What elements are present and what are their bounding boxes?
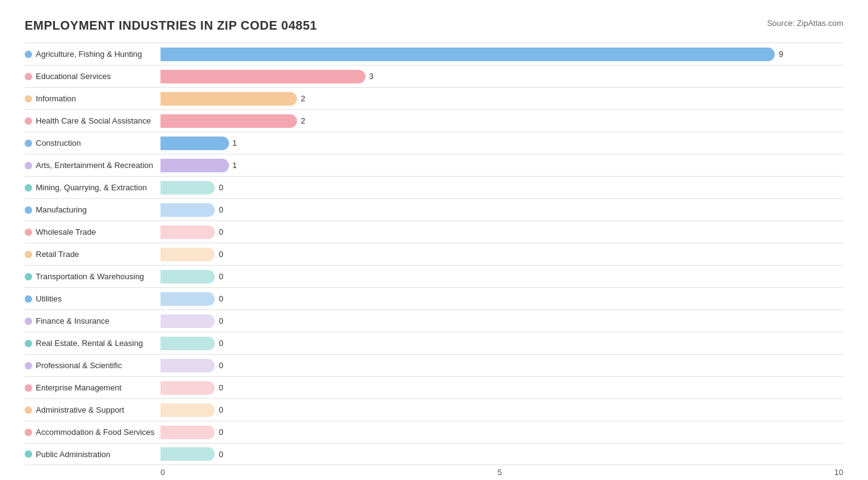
industry-label: Wholesale Trade <box>36 227 96 237</box>
bar-fill <box>161 337 215 350</box>
industry-label: Mining, Quarrying, & Extraction <box>36 183 147 192</box>
bar-value: 0 <box>219 339 223 348</box>
bar-fill <box>161 447 215 461</box>
bar-fill <box>161 114 297 128</box>
color-dot <box>25 251 32 258</box>
color-dot <box>25 51 32 58</box>
bar-fill <box>161 225 215 239</box>
bar-fill <box>161 314 215 328</box>
industry-label: Arts, Entertainment & Recreation <box>36 161 153 170</box>
bar-label: Information <box>25 94 161 103</box>
industry-label: Enterprise Management <box>36 383 122 392</box>
chart-title: EMPLOYMENT INDUSTRIES IN ZIP CODE 04851 <box>25 19 317 33</box>
bar-fill <box>161 137 229 150</box>
bar-row: Arts, Entertainment & Recreation1 <box>25 154 843 176</box>
bar-fill <box>161 70 365 83</box>
bar-value: 0 <box>219 183 223 192</box>
bar-value: 2 <box>301 94 305 103</box>
industry-label: Accommodation & Food Services <box>36 427 154 437</box>
bar-label: Utilities <box>25 294 161 303</box>
bar-label: Retail Trade <box>25 250 161 259</box>
bar-row: Transportation & Warehousing0 <box>25 265 843 287</box>
bar-fill <box>161 248 215 261</box>
chart-area: Agriculture, Fishing & Hunting9Education… <box>25 43 843 465</box>
bar-track: 1 <box>161 137 843 150</box>
bar-row: Agriculture, Fishing & Hunting9 <box>25 43 843 65</box>
industry-label: Finance & Insurance <box>36 316 109 326</box>
bar-label: Administrative & Support <box>25 405 161 415</box>
industry-label: Manufacturing <box>36 205 86 214</box>
industry-label: Retail Trade <box>36 250 79 259</box>
bar-row: Public Administration0 <box>25 443 843 465</box>
bar-value: 0 <box>219 450 223 459</box>
bar-fill <box>161 359 215 373</box>
bar-fill <box>161 381 215 395</box>
color-dot <box>25 117 32 125</box>
chart-source: Source: ZipAtlas.com <box>767 19 843 28</box>
bar-value: 0 <box>219 427 223 437</box>
bar-row: Administrative & Support0 <box>25 398 843 421</box>
bar-value: 0 <box>219 250 223 259</box>
bar-row: Retail Trade0 <box>25 243 843 265</box>
industry-label: Real Estate, Rental & Leasing <box>36 339 143 348</box>
bar-value: 0 <box>219 205 223 214</box>
bar-label: Manufacturing <box>25 205 161 214</box>
bar-track: 0 <box>161 447 843 461</box>
color-dot <box>25 340 32 347</box>
bar-label: Public Administration <box>25 450 161 459</box>
bar-value: 2 <box>301 116 305 125</box>
bar-track: 0 <box>161 314 843 328</box>
industry-label: Administrative & Support <box>36 405 124 415</box>
industry-label: Transportation & Warehousing <box>36 272 144 281</box>
bar-fill <box>161 181 215 195</box>
bar-value: 0 <box>219 405 223 415</box>
bar-row: Construction1 <box>25 132 843 154</box>
bar-value: 9 <box>778 49 783 59</box>
bar-label: Enterprise Management <box>25 383 161 392</box>
color-dot <box>25 184 32 192</box>
color-dot <box>25 295 32 303</box>
bar-label: Accommodation & Food Services <box>25 427 161 437</box>
bar-label: Health Care & Social Assistance <box>25 116 161 125</box>
bar-fill <box>161 270 215 284</box>
industry-label: Health Care & Social Assistance <box>36 116 151 125</box>
bar-row: Real Estate, Rental & Leasing0 <box>25 332 843 354</box>
x-tick: 10 <box>835 468 843 477</box>
bar-value: 1 <box>233 161 237 170</box>
bar-label: Real Estate, Rental & Leasing <box>25 339 161 348</box>
industry-label: Public Administration <box>36 450 111 459</box>
bar-track: 0 <box>161 381 843 395</box>
industry-label: Construction <box>36 138 81 148</box>
bar-track: 0 <box>161 359 843 373</box>
x-tick: 0 <box>161 468 165 477</box>
bar-track: 3 <box>161 70 843 83</box>
x-axis: 0510 <box>25 468 843 477</box>
bar-fill <box>161 159 229 172</box>
bar-value: 0 <box>219 361 223 370</box>
industry-label: Educational Services <box>36 72 111 81</box>
bar-label: Transportation & Warehousing <box>25 272 161 281</box>
bar-value: 0 <box>219 294 223 303</box>
industry-label: Agriculture, Fishing & Hunting <box>36 49 142 59</box>
bar-row: Educational Services3 <box>25 65 843 87</box>
bar-track: 1 <box>161 159 843 172</box>
bar-track: 0 <box>161 203 843 217</box>
bar-fill <box>161 426 215 439</box>
bar-row: Information2 <box>25 87 843 109</box>
color-dot <box>25 450 32 458</box>
color-dot <box>25 318 32 325</box>
bar-label: Agriculture, Fishing & Hunting <box>25 49 161 59</box>
bar-track: 0 <box>161 292 843 306</box>
color-dot <box>25 362 32 369</box>
bar-row: Wholesale Trade0 <box>25 221 843 243</box>
bar-track: 0 <box>161 403 843 417</box>
color-dot <box>25 384 32 392</box>
bar-fill <box>161 203 215 217</box>
bar-label: Mining, Quarrying, & Extraction <box>25 183 161 192</box>
bar-value: 0 <box>219 316 223 326</box>
x-tick: 5 <box>498 468 502 477</box>
bar-fill <box>161 92 297 106</box>
bar-track: 0 <box>161 248 843 261</box>
bar-row: Health Care & Social Assistance2 <box>25 109 843 132</box>
bar-value: 0 <box>219 272 223 281</box>
